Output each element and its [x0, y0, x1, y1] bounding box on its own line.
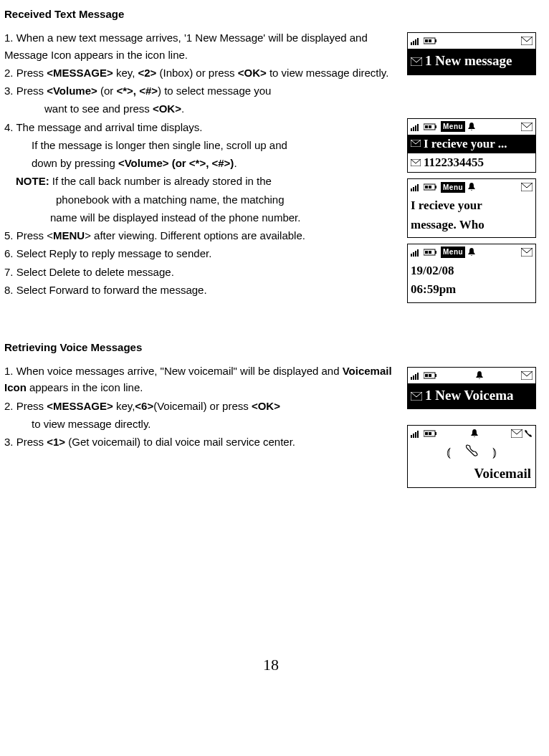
t: > after viewing. Different options are a… — [85, 229, 305, 241]
signal-icon — [411, 37, 421, 45]
battery-icon — [424, 123, 438, 130]
row-text: I recieve your ... — [424, 135, 507, 153]
t: ) to select message you — [158, 85, 271, 97]
t: (or — [97, 85, 117, 97]
screen-new-voicemail: 1 New Voicema — [407, 367, 536, 409]
msg-line2: message. Who — [411, 216, 533, 234]
envelope-icon — [411, 52, 422, 70]
spacer — [4, 303, 538, 339]
message-time: 19/02/08 06:59pm — [408, 260, 535, 302]
t: 2. Press — [4, 400, 47, 412]
section1-text: 1. When a new text message arrives, '1 N… — [4, 29, 401, 300]
key-volume-combo: <Volume> (or <*>, <#>) — [118, 157, 234, 169]
signal-icon — [411, 371, 421, 380]
key-1: <1> — [47, 436, 65, 448]
section1-row: 1. When a new text message arrives, '1 N… — [4, 29, 538, 303]
note-line3: name will be displayed instead of the ph… — [4, 209, 401, 226]
envelope-icon — [411, 155, 421, 171]
key-ok: <OK> — [153, 102, 181, 115]
status-bar: Menu — [408, 244, 535, 260]
step-4-line2: If the message is longer then single lin… — [4, 137, 401, 153]
envelope-icon — [411, 135, 421, 152]
svg-rect-32 — [429, 432, 431, 435]
key-menu: MENU — [53, 229, 85, 241]
section2-text: 1. When voice messages arrive, "New voic… — [4, 363, 401, 451]
step-3-line1: 3. Press <Volume> (or <*>, <#>) to selec… — [4, 82, 401, 99]
battery-icon — [424, 249, 438, 256]
vm-step-2: 2. Press <MESSAGE> key,<6>(Voicemail) or… — [4, 398, 401, 414]
screen-message-view: Menu I recieve your message. Who — [407, 178, 536, 238]
signal-icon — [411, 429, 421, 438]
step-4-line1: 4. The message and arrival time displays… — [4, 119, 401, 135]
t: 3. Press — [4, 436, 47, 448]
t: 2. Press — [4, 67, 47, 79]
menu-label: Menu — [441, 121, 465, 133]
screen-voicemail: ⦅ ⦆ Voicemail — [407, 425, 536, 487]
screen-inbox-list: Menu I recieve your ... 1122334455 — [407, 118, 536, 173]
sound-wave-left-icon: ⦅ — [447, 443, 451, 463]
sound-wave-right-icon: ⦆ — [492, 443, 497, 463]
phone-voicemail-icon — [524, 429, 533, 438]
envelope-icon — [521, 248, 533, 257]
svg-rect-25 — [425, 374, 428, 377]
envelope-icon — [411, 386, 422, 405]
inbox-row-selected: I recieve your ... — [408, 135, 535, 153]
vm-step-1: 1. When voice messages arrive, "New voic… — [4, 363, 401, 396]
phone-icon — [465, 443, 478, 463]
t: down by pressing — [32, 157, 118, 169]
step-6: 6. Select Reply to reply message to send… — [4, 245, 401, 262]
date-line: 19/02/08 — [411, 262, 533, 280]
t: (Inbox) or press — [156, 67, 237, 79]
svg-rect-3 — [429, 39, 431, 42]
section2-screens: 1 New Voicema ⦅ ⦆ — [407, 363, 538, 488]
bell-icon — [468, 123, 475, 131]
battery-icon — [424, 430, 438, 437]
key-6: <6> — [135, 400, 153, 412]
svg-rect-15 — [425, 186, 428, 188]
menu-label: Menu — [441, 247, 465, 258]
status-bar: Menu — [408, 179, 535, 195]
bell-icon — [468, 248, 475, 257]
key-message: <MESSAGE> — [47, 67, 113, 79]
t: want to see and press — [44, 102, 153, 115]
note-label: NOTE: — [16, 175, 49, 187]
signal-icon — [411, 183, 421, 191]
bell-icon — [468, 183, 475, 191]
t: key, — [113, 400, 135, 412]
envelope-icon — [521, 123, 533, 131]
t: (Voicemail) or press — [153, 400, 252, 412]
status-bar: Menu — [408, 119, 535, 135]
voicemail-body: ⦅ ⦆ Voicemail — [408, 441, 535, 487]
svg-rect-7 — [435, 125, 436, 128]
envelope-icon — [521, 371, 533, 380]
svg-rect-9 — [429, 125, 431, 128]
svg-rect-31 — [425, 432, 428, 435]
svg-rect-24 — [435, 374, 436, 377]
t: 3. Press — [4, 85, 47, 97]
svg-rect-19 — [435, 251, 436, 254]
screen-text: 1 New Voicema — [425, 385, 513, 406]
key-2: <2> — [138, 67, 156, 79]
vm-step-3: 3. Press <1> (Get voicemail) to dial voi… — [4, 434, 401, 450]
inbox-row: 1122334455 — [408, 153, 535, 172]
t: . — [234, 157, 237, 169]
step-8: 8. Select Forward to forward the message… — [4, 282, 401, 298]
section-title-voicemail: Retrieving Voice Messages — [4, 339, 538, 355]
svg-rect-14 — [435, 186, 436, 188]
step-2: 2. Press <MESSAGE> key, <2> (Inbox) or p… — [4, 64, 401, 81]
bell-icon — [476, 371, 483, 380]
svg-rect-30 — [435, 432, 436, 435]
svg-rect-20 — [425, 251, 428, 254]
key-volume: <Volume> — [47, 85, 97, 97]
screen-text: 1 New message — [425, 50, 512, 71]
note-line1: NOTE: If the call back number is already… — [4, 173, 401, 189]
vm-step-2b: to view message directly. — [4, 416, 401, 432]
svg-rect-16 — [429, 186, 431, 188]
svg-rect-26 — [429, 374, 431, 377]
t: key, — [113, 67, 138, 79]
key-ok: <OK> — [252, 400, 280, 412]
t: appears in the icon line. — [27, 381, 143, 393]
battery-icon — [424, 183, 438, 191]
time-line: 06:59pm — [411, 280, 533, 299]
envelope-icon — [521, 183, 533, 191]
